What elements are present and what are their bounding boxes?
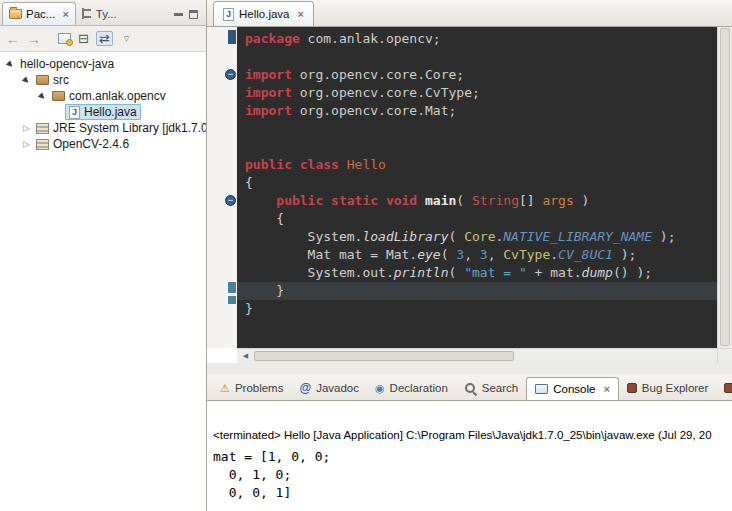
tree-item[interactable]: JHello.java — [0, 104, 206, 120]
code-line[interactable]: public static void main( String[] args ) — [237, 192, 717, 210]
console-line: 0, 1, 0; — [213, 466, 732, 484]
java-file-icon: J — [223, 8, 234, 21]
expanded-arrow-icon[interactable]: ▶ — [3, 56, 19, 72]
console-icon — [535, 384, 548, 394]
tree-item[interactable]: ▶src — [0, 72, 206, 88]
library-icon — [36, 123, 49, 134]
java-file-icon: J — [69, 106, 80, 119]
expanded-arrow-icon[interactable]: ▶ — [35, 88, 51, 104]
tab-javadoc[interactable]: @Javadoc — [291, 376, 367, 400]
src-folder-icon — [36, 75, 49, 85]
tab-label: Search — [482, 382, 518, 394]
back-icon[interactable]: ← — [6, 32, 20, 46]
code-line[interactable]: } — [237, 282, 717, 300]
editor-ruler[interactable] — [207, 27, 237, 348]
search-icon — [464, 382, 477, 395]
tree-item-label: JRE System Library [jdk1.7.0 — [53, 121, 207, 135]
tab-label: Javadoc — [316, 382, 359, 394]
tab-package-explorer[interactable]: Pac... × — [2, 2, 76, 25]
tab-bug[interactable]: Bug — [716, 376, 732, 400]
code-line[interactable] — [237, 138, 717, 156]
console-output[interactable]: mat = [1, 0, 0; 0, 1, 0; 0, 0, 1] — [213, 448, 732, 502]
tab-bug-explorer[interactable]: Bug Explorer — [619, 376, 716, 400]
code-line[interactable]: } — [237, 300, 717, 318]
code-line[interactable]: { — [237, 210, 717, 228]
console-view: <terminated> Hello [Java Application] C:… — [207, 401, 732, 511]
code-line[interactable]: Mat mat = Mat.eye( 3, 3, CvType.CV_8UC1 … — [237, 246, 717, 264]
close-icon[interactable]: × — [603, 384, 609, 395]
package-tree[interactable]: ▶hello-opencv-java▶src▶com.anlak.opencvJ… — [0, 52, 206, 152]
editor-area: J Hello.java × package com.anlak.opencv;… — [207, 0, 732, 363]
tab-label: Problems — [235, 382, 284, 394]
tree-item[interactable]: ▶com.anlak.opencv — [0, 88, 206, 104]
tree-item-box: src — [33, 72, 72, 88]
code-line[interactable]: package com.anlak.opencv; — [237, 30, 717, 48]
tab-label: Pac... — [26, 8, 55, 20]
tab-label: Declaration — [390, 382, 448, 394]
tree-item-box: JRE System Library [jdk1.7.0 — [33, 120, 207, 136]
link-with-editor-icon[interactable]: ⇄ — [96, 31, 113, 46]
tab-search[interactable]: Search — [456, 376, 526, 400]
tab-label: Bug Explorer — [642, 382, 708, 394]
code-line[interactable]: { — [237, 174, 717, 192]
bug-icon — [724, 383, 732, 393]
code-line[interactable]: System.loadLibrary( Core.NATIVE_LIBRARY_… — [237, 228, 717, 246]
tab-label: Console — [553, 383, 595, 395]
bottom-tabbar: ⚠Problems@Javadoc◉DeclarationSearchConso… — [207, 374, 732, 401]
tree-item-box: JHello.java — [65, 104, 141, 120]
code-line[interactable]: import org.opencv.core.Mat; — [237, 102, 717, 120]
scrollbar-thumb[interactable] — [720, 28, 730, 346]
tree-item-box: OpenCV-2.4.6 — [33, 136, 132, 152]
minimize-icon[interactable] — [174, 13, 183, 16]
console-line: mat = [1, 0, 0; — [213, 448, 732, 466]
editor-body: package com.anlak.opencv;import org.open… — [207, 27, 732, 363]
tab-declaration[interactable]: ◉Declaration — [367, 376, 456, 400]
tab-type-hierarchy[interactable]: Ty... — [76, 2, 123, 25]
view-window-buttons — [174, 10, 206, 25]
collapse-all-icon[interactable]: ⊟ — [78, 32, 89, 45]
code-line[interactable] — [237, 48, 717, 66]
code-line[interactable]: public class Hello — [237, 156, 717, 174]
maximize-icon[interactable] — [189, 10, 198, 19]
library-icon — [36, 139, 49, 150]
range-indicator — [228, 30, 236, 44]
scroll-left-icon[interactable]: ◀ — [239, 349, 252, 363]
tree-item[interactable]: ▷OpenCV-2.4.6 — [0, 136, 206, 152]
close-icon[interactable]: × — [298, 9, 304, 20]
fold-collapse-icon[interactable] — [225, 69, 236, 80]
view-menu-icon[interactable]: ▽ — [124, 35, 129, 42]
fold-collapse-icon[interactable] — [225, 195, 236, 206]
close-icon[interactable]: × — [62, 9, 68, 20]
package-icon — [52, 91, 65, 101]
forward-icon[interactable]: → — [27, 32, 41, 46]
code-line[interactable]: import org.opencv.core.Core; — [237, 66, 717, 84]
console-status-line: <terminated> Hello [Java Application] C:… — [213, 429, 732, 441]
editor-tab-hello-java[interactable]: J Hello.java × — [213, 1, 314, 26]
package-explorer-icon — [9, 9, 22, 19]
package-explorer-tabbar: Pac... × Ty... — [0, 0, 206, 26]
scrollbar-thumb[interactable] — [254, 351, 514, 361]
range-indicator — [228, 296, 236, 304]
package-explorer-toolbar: ← → ⊟ ⇄ ▽ — [0, 26, 206, 52]
code-line[interactable] — [237, 120, 717, 138]
collapsed-arrow-icon[interactable]: ▷ — [20, 123, 33, 133]
tab-console[interactable]: Console× — [526, 377, 619, 401]
console-line: 0, 0, 1] — [213, 484, 732, 502]
focus-view-icon[interactable] — [58, 33, 71, 44]
tree-item-label: OpenCV-2.4.6 — [53, 137, 129, 151]
tree-item[interactable]: ▷JRE System Library [jdk1.7.0 — [0, 120, 206, 136]
tree-item[interactable]: ▶hello-opencv-java — [0, 56, 206, 72]
editor-tabbar: J Hello.java × — [207, 0, 732, 27]
horizontal-scrollbar[interactable]: ◀ — [237, 348, 717, 363]
code-editor[interactable]: package com.anlak.opencv;import org.open… — [237, 27, 717, 348]
package-explorer-panel: Pac... × Ty... ← → ⊟ ⇄ ▽ ▶hello-opencv-j… — [0, 0, 207, 511]
editor-tab-label: Hello.java — [239, 8, 290, 20]
vertical-scrollbar[interactable] — [717, 27, 732, 348]
code-line[interactable]: import org.opencv.core.CvType; — [237, 84, 717, 102]
range-indicator — [228, 282, 236, 293]
expanded-arrow-icon[interactable]: ▶ — [19, 72, 35, 88]
code-line[interactable]: System.out.println( "mat = " + mat.dump(… — [237, 264, 717, 282]
collapsed-arrow-icon[interactable]: ▷ — [20, 139, 33, 149]
javadoc-icon: @ — [299, 381, 311, 395]
tab-problems[interactable]: ⚠Problems — [212, 376, 291, 400]
